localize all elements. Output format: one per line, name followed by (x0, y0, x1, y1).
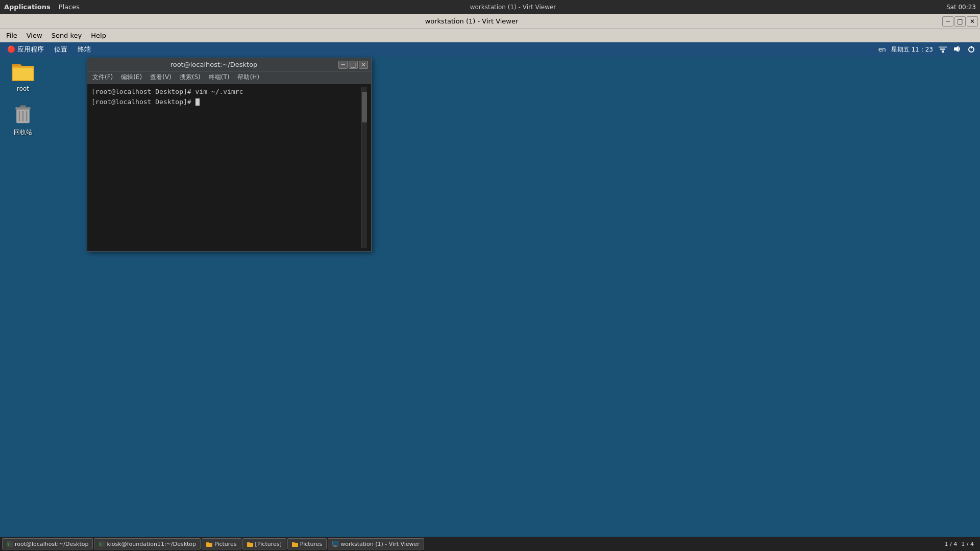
vv-menu-view[interactable]: View (22, 31, 46, 40)
terminal-menu-edit[interactable]: 编辑(E) (118, 72, 145, 83)
terminal-menu-terminal[interactable]: 终端(T) (206, 72, 233, 83)
terminal-menu-search[interactable]: 搜索(S) (177, 72, 204, 83)
host-bottombar: $ root@localhost:~/Desktop $ kiosk@found… (0, 537, 980, 551)
host-taskbar-pictures-1[interactable]: Pictures (202, 538, 241, 549)
host-page-indicator-left: 1 / 4 (945, 541, 958, 547)
trash-icon (11, 102, 35, 126)
vv-title: workstation (1) - Virt Viewer (2, 17, 941, 25)
terminal-maximize-button[interactable]: □ (349, 61, 358, 69)
places-menu[interactable]: Places (59, 3, 80, 11)
vv-menu-sendkey[interactable]: Send key (47, 31, 86, 40)
scrollbar-thumb[interactable] (362, 92, 367, 122)
vm-panel: 🔴 应用程序 位置 终端 en 星期五 11：23 (0, 42, 980, 57)
root-icon-label: root (17, 85, 29, 92)
terminal-menu-view[interactable]: 查看(V) (147, 72, 175, 83)
terminal-menu-file[interactable]: 文件(F) (89, 72, 116, 83)
host-taskbar-terminal-kiosk[interactable]: $ kiosk@foundation11:~/Desktop (94, 538, 201, 549)
terminal-menubar: 文件(F) 编辑(E) 查看(V) 搜索(S) 终端(T) 帮助(H) (87, 71, 371, 84)
svg-text:$: $ (99, 542, 101, 546)
terminal-icon-2: $ (99, 541, 105, 547)
vm-terminal-menu[interactable]: 终端 (75, 44, 94, 55)
host-datetime: Sat 00:23 (946, 4, 976, 11)
vm-panel-right: en 星期五 11：23 (878, 44, 976, 55)
terminal-minimize-button[interactable]: ─ (338, 61, 348, 69)
terminal-title: root@localhost:~/Desktop (90, 61, 337, 68)
folder-icon-1 (206, 541, 212, 547)
network-icon (938, 44, 947, 55)
vm-applications-menu[interactable]: 🔴 应用程序 (4, 44, 47, 55)
power-icon (967, 44, 976, 55)
host-topbar: Applications Places workstation (1) - Vi… (0, 0, 980, 14)
volume-icon (952, 44, 962, 55)
terminal-window[interactable]: root@localhost:~/Desktop ─ □ ✕ 文件(F) 编辑(… (87, 58, 372, 252)
terminal-text[interactable]: [root@localhost Desktop]# vim ~/.vimrc [… (91, 87, 361, 248)
host-taskbar-terminal-root[interactable]: $ root@localhost:~/Desktop (2, 538, 93, 549)
host-status-area: Sat 00:23 (946, 4, 976, 11)
svg-rect-21 (206, 543, 212, 547)
folder-icon-2 (247, 541, 253, 547)
vv-minimize-button[interactable]: ─ (942, 16, 953, 27)
terminal-icon-1: $ (7, 541, 13, 547)
term-line-2: [root@localhost Desktop]# (91, 97, 361, 107)
host-window-title: workstation (1) - Virt Viewer (88, 4, 938, 11)
vm-places-menu[interactable]: 位置 (51, 44, 70, 55)
host-taskbar-virt-viewer[interactable]: workstation (1) - Virt Viewer (328, 538, 424, 549)
terminal-menu-help[interactable]: 帮助(H) (234, 72, 262, 83)
desktop-icon-root[interactable]: root (5, 57, 41, 94)
term-line-1: [root@localhost Desktop]# vim ~/.vimrc (91, 87, 361, 97)
svg-rect-11 (20, 106, 26, 108)
svg-rect-7 (13, 67, 33, 80)
svg-text:$: $ (7, 542, 9, 546)
vv-menu-file[interactable]: File (2, 31, 21, 40)
screen-icon (332, 541, 338, 547)
host-taskbar-pictures-3[interactable]: Pictures (287, 538, 327, 549)
applications-label: Applications (4, 3, 51, 11)
folder-icon-3 (292, 541, 298, 547)
applications-menu[interactable]: Applications (4, 3, 51, 11)
terminal-content[interactable]: [root@localhost Desktop]# vim ~/.vimrc [… (87, 84, 371, 251)
vv-close-button[interactable]: ✕ (967, 16, 978, 27)
terminal-scrollbar[interactable] (361, 87, 367, 248)
desktop-icons: root 回收站 (5, 57, 41, 139)
desktop-icon-trash[interactable]: 回收站 (5, 99, 41, 139)
vv-titlebar: workstation (1) - Virt Viewer ─ □ ✕ (0, 14, 980, 29)
vv-maximize-button[interactable]: □ (954, 16, 966, 27)
vm-desktop: 🔴 应用程序 位置 终端 en 星期五 11：23 (0, 42, 980, 551)
svg-rect-1 (940, 48, 945, 50)
host-taskbar-pictures-2[interactable]: [Pictures] (242, 538, 286, 549)
svg-rect-2 (939, 46, 947, 48)
vm-datetime: 星期五 11：23 (891, 45, 933, 54)
svg-marker-3 (954, 46, 959, 52)
host-page-indicator-right: 1 / 4 (961, 541, 974, 547)
terminal-cursor (195, 98, 200, 106)
svg-rect-23 (292, 543, 298, 547)
vv-menu-help[interactable]: Help (87, 31, 110, 40)
svg-rect-0 (942, 51, 944, 53)
svg-rect-22 (247, 543, 253, 547)
svg-rect-27 (333, 541, 338, 545)
terminal-close-button[interactable]: ✕ (359, 61, 368, 69)
vm-lang: en (878, 46, 886, 53)
host-taskbar-right: 1 / 4 1 / 4 (945, 541, 978, 547)
svg-rect-26 (333, 546, 337, 547)
trash-icon-label: 回收站 (14, 128, 32, 137)
virt-viewer-window: workstation (1) - Virt Viewer ─ □ ✕ File… (0, 14, 980, 551)
root-folder-icon (11, 59, 35, 83)
terminal-titlebar: root@localhost:~/Desktop ─ □ ✕ (87, 58, 371, 71)
svg-rect-8 (13, 66, 33, 68)
vv-menubar: File View Send key Help (0, 29, 980, 42)
